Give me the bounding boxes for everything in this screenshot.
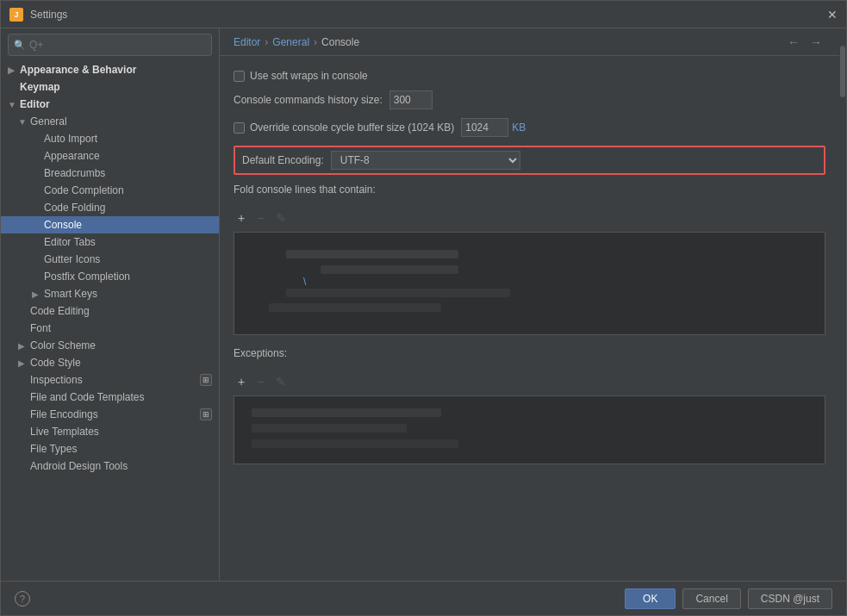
close-button[interactable]: ✕ xyxy=(827,8,838,22)
sidebar-item-auto-import[interactable]: Auto Import xyxy=(1,130,219,147)
title-bar: J Settings ✕ xyxy=(1,1,846,28)
arrow-icon: ▶ xyxy=(18,358,27,368)
sidebar: 🔍 ▶ Appearance & Behavior Keymap ▼ Edito… xyxy=(1,28,220,581)
ok-button[interactable]: OK xyxy=(625,588,676,609)
scrollbar-track[interactable] xyxy=(839,28,846,581)
fold-remove-button[interactable]: − xyxy=(252,209,268,227)
sidebar-item-code-style[interactable]: ▶ Code Style xyxy=(1,354,219,371)
sidebar-item-code-folding[interactable]: Code Folding xyxy=(1,199,219,216)
scrollbar-thumb[interactable] xyxy=(840,46,845,97)
main-content: 🔍 ▶ Appearance & Behavior Keymap ▼ Edito… xyxy=(1,28,846,581)
arrow-icon: ▶ xyxy=(32,289,40,299)
exc-add-button[interactable]: + xyxy=(234,373,249,390)
sidebar-item-smart-keys[interactable]: ▶ Smart Keys xyxy=(1,285,219,302)
history-label: Console commands history size: xyxy=(234,94,383,106)
exc-edit-button[interactable]: ✎ xyxy=(271,373,290,390)
sidebar-item-font[interactable]: Font xyxy=(1,320,219,337)
search-box[interactable]: 🔍 xyxy=(8,34,212,56)
fold-label-row: Fold console lines that contain: xyxy=(234,184,825,201)
soft-wraps-row: Use soft wraps in console xyxy=(234,70,825,82)
buffer-unit: KB xyxy=(512,121,526,134)
fold-add-button[interactable]: + xyxy=(234,209,249,227)
exceptions-label-row: Exceptions: xyxy=(234,347,825,364)
sidebar-item-gutter-icons[interactable]: Gutter Icons xyxy=(1,251,219,268)
sidebar-item-general[interactable]: ▼ General xyxy=(1,113,219,130)
exc-content-bar1 xyxy=(252,408,441,417)
sidebar-item-code-editing[interactable]: Code Editing xyxy=(1,302,219,320)
exceptions-area xyxy=(234,395,825,464)
breadcrumb-general[interactable]: General xyxy=(272,36,309,48)
sidebar-item-file-types[interactable]: File Types xyxy=(1,440,219,457)
fold-label: Fold console lines that contain: xyxy=(234,184,376,196)
badge-icon: ⊞ xyxy=(200,374,212,386)
exceptions-toolbar: + − ✎ xyxy=(234,373,825,390)
sidebar-item-appearance-behavior[interactable]: ▶ Appearance & Behavior xyxy=(1,61,219,78)
arrow-icon: ▼ xyxy=(18,117,27,127)
settings-dialog: J Settings ✕ 🔍 ▶ Appearance & Behavior K… xyxy=(0,0,847,616)
sidebar-item-live-templates[interactable]: Live Templates xyxy=(1,423,219,440)
nav-back-button[interactable]: ← xyxy=(784,34,803,51)
sidebar-item-inspections[interactable]: Inspections ⊞ xyxy=(1,371,219,389)
history-input[interactable] xyxy=(389,90,433,109)
buffer-checkbox[interactable] xyxy=(234,122,245,134)
cancel-button[interactable]: Cancel xyxy=(682,588,740,609)
sidebar-item-editor-tabs[interactable]: Editor Tabs xyxy=(1,233,219,251)
fold-toolbar: + − ✎ xyxy=(234,209,825,227)
buffer-row: Override console cycle buffer size (1024… xyxy=(234,118,825,137)
soft-wraps-text: Use soft wraps in console xyxy=(250,70,368,82)
sidebar-item-keymap[interactable]: Keymap xyxy=(1,78,219,96)
sidebar-item-postfix-completion[interactable]: Postfix Completion xyxy=(1,268,219,285)
sidebar-item-console[interactable]: Console xyxy=(1,216,219,233)
soft-wraps-checkbox[interactable] xyxy=(234,71,245,82)
exc-content-bar2 xyxy=(252,424,407,432)
sidebar-item-color-scheme[interactable]: ▶ Color Scheme xyxy=(1,337,219,354)
settings-content: Use soft wraps in console Console comman… xyxy=(220,56,839,581)
breadcrumb-sep1: › xyxy=(265,36,268,48)
history-size-row: Console commands history size: xyxy=(234,90,825,109)
content-panel: Editor › General › Console ← → Use soft … xyxy=(220,28,839,581)
sidebar-item-editor[interactable]: ▼ Editor xyxy=(1,96,219,113)
sidebar-item-android-design-tools[interactable]: Android Design Tools xyxy=(1,457,219,475)
sidebar-item-appearance[interactable]: Appearance xyxy=(1,147,219,165)
soft-wraps-label[interactable]: Use soft wraps in console xyxy=(234,70,368,82)
encoding-row: Default Encoding: UTF-8 UTF-16 ISO-8859-… xyxy=(234,146,825,175)
buffer-input[interactable] xyxy=(461,118,508,137)
dialog-title: Settings xyxy=(30,9,67,21)
badge-icon: ⊞ xyxy=(200,408,212,420)
encoding-label: Default Encoding: xyxy=(242,154,324,166)
exc-remove-button[interactable]: − xyxy=(252,373,268,390)
fold-backslash: \ xyxy=(303,276,306,288)
csdn-button[interactable]: CSDN @just xyxy=(748,588,832,609)
action-buttons: OK Cancel CSDN @just xyxy=(625,588,832,609)
encoding-select[interactable]: UTF-8 UTF-16 ISO-8859-1 xyxy=(332,152,520,169)
sidebar-item-file-encodings[interactable]: File Encodings ⊞ xyxy=(1,406,219,423)
app-icon: J xyxy=(9,8,23,22)
arrow-icon: ▶ xyxy=(18,341,27,351)
buffer-label[interactable]: Override console cycle buffer size (1024… xyxy=(234,121,454,134)
nav-buttons: ← → xyxy=(784,34,825,51)
bottom-bar: ? OK Cancel CSDN @just xyxy=(1,581,846,615)
breadcrumb-bar: Editor › General › Console ← → xyxy=(220,28,839,56)
fold-area: \ xyxy=(234,232,825,335)
fold-edit-button[interactable]: ✎ xyxy=(271,209,290,227)
arrow-icon: ▶ xyxy=(8,65,16,75)
exceptions-label: Exceptions: xyxy=(234,347,287,359)
search-icon: 🔍 xyxy=(14,40,26,51)
breadcrumb-editor[interactable]: Editor xyxy=(234,36,260,48)
sidebar-item-code-completion[interactable]: Code Completion xyxy=(1,182,219,199)
breadcrumb-current: Console xyxy=(321,36,359,48)
search-input[interactable] xyxy=(29,39,206,51)
arrow-icon: ▼ xyxy=(8,100,16,109)
sidebar-item-file-code-templates[interactable]: File and Code Templates xyxy=(1,389,219,406)
buffer-text: Override console cycle buffer size (1024… xyxy=(250,121,454,134)
fold-content-bar1 xyxy=(286,250,458,258)
nav-forward-button[interactable]: → xyxy=(807,34,825,51)
help-button[interactable]: ? xyxy=(15,591,30,607)
breadcrumb-sep2: › xyxy=(314,36,317,48)
sidebar-item-breadcrumbs[interactable]: Breadcrumbs xyxy=(1,165,219,182)
fold-content-bar2 xyxy=(321,265,458,274)
